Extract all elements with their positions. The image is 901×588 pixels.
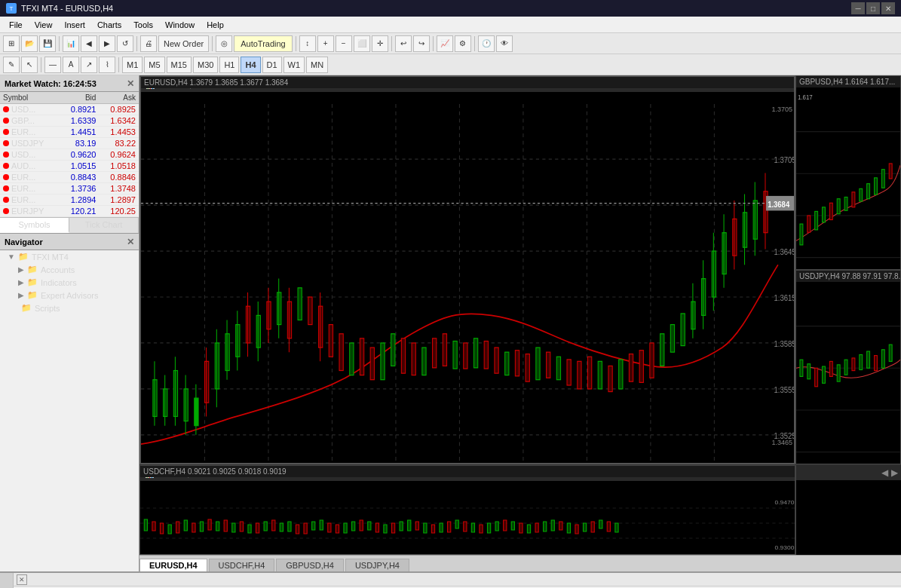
tb-zt-btn[interactable]: ↕ [299, 35, 316, 52]
tab-eurusd[interactable]: EURUSD,H4 [139, 559, 207, 571]
market-watch-close[interactable]: ✕ [127, 78, 134, 89]
tf-mn[interactable]: MN [306, 57, 328, 73]
menu-window[interactable]: Window [159, 19, 201, 31]
tf-m15[interactable]: M15 [167, 57, 192, 73]
nav-expand-icon: ▼ [8, 253, 15, 261]
tb-line-btn[interactable]: — [44, 57, 61, 73]
nav-item-3[interactable]: ▶📁Expert Advisors [0, 289, 139, 302]
tf-d1[interactable]: D1 [262, 57, 282, 73]
tab-usdchf[interactable]: USDCHF,H4 [209, 559, 275, 571]
market-watch-row[interactable]: USD... 0.9620 0.9624 [0, 149, 139, 161]
tf-w1[interactable]: W1 [283, 57, 305, 73]
mw-bid: 1.3736 [60, 183, 100, 194]
svg-rect-86 [639, 351, 643, 383]
tf-m1[interactable]: M1 [122, 57, 143, 73]
menu-file[interactable]: File [3, 19, 29, 31]
tb-left-btn[interactable]: ◀ [81, 35, 97, 52]
mw-symbol: USD... [0, 104, 60, 115]
svg-rect-61 [381, 343, 385, 380]
price-high: 1.3705 [762, 106, 792, 113]
chart-nav-right[interactable]: ▶ [891, 467, 898, 478]
tb-circle-btn[interactable]: ◎ [216, 35, 232, 52]
tb-config-btn[interactable]: ⚙ [455, 35, 471, 52]
menu-tools[interactable]: Tools [127, 19, 159, 31]
svg-rect-210 [519, 523, 523, 533]
svg-rect-174 [232, 523, 235, 532]
market-watch-row[interactable]: EUR... 1.4451 1.4453 [0, 127, 139, 138]
tb-indicator-btn[interactable]: 📈 [437, 35, 453, 52]
nav-item-0[interactable]: ▼📁TFXI MT4 [0, 250, 139, 263]
market-watch-row[interactable]: USDJPY 83.19 83.22 [0, 138, 139, 149]
svg-rect-219 [591, 522, 594, 532]
new-order-btn[interactable]: New Order [158, 35, 209, 52]
market-watch-row[interactable]: GBP... 1.6339 1.6342 [0, 115, 139, 127]
nav-item-2[interactable]: ▶📁Indicators [0, 276, 139, 289]
charts-top: 📊 EURUSD,H4 ─ □ ✕ EURUSD,H4 1.3679 1.368… [139, 75, 901, 464]
svg-rect-175 [240, 522, 243, 531]
tb-crosshair-btn[interactable]: ✛ [372, 35, 388, 52]
mw-symbol: EUR... [0, 183, 60, 194]
menu-charts[interactable]: Charts [91, 19, 127, 31]
market-watch-row[interactable]: EUR... 1.2894 1.2897 [0, 194, 139, 206]
separator3 [212, 36, 213, 51]
toolbar-2: ✎ ↖ — A ↗ ⌇ M1 M5 M15 M30 H1 H4 D1 W1 MN [0, 54, 901, 75]
usdjpy-chart[interactable]: USDJPY,H4 97.88 97.91 97.8... [795, 270, 901, 464]
tb-text-btn[interactable]: A [63, 57, 79, 73]
usdchf-chart[interactable]: 📊 USDCHF,H4 ─ □ ✕ USDCHF,H4 0.9021 0.902… [139, 465, 795, 555]
chart-nav-left[interactable]: ◀ [881, 467, 888, 478]
tb-cursor-btn[interactable]: ↖ [21, 57, 38, 73]
autotrading-btn[interactable]: AutoTrading [234, 35, 293, 52]
menu-bar: File View Insert Charts Tools Window Hel… [0, 17, 901, 33]
tf-m5[interactable]: M5 [144, 57, 164, 73]
market-watch-row[interactable]: EUR... 1.3736 1.3748 [0, 183, 139, 194]
mw-ask: 120.25 [99, 206, 139, 217]
bottom-charts: 📊 USDCHF,H4 ─ □ ✕ USDCHF,H4 0.9021 0.902… [139, 464, 901, 555]
tf-h1[interactable]: H1 [219, 57, 239, 73]
tb-refresh-btn[interactable]: ↺ [117, 35, 133, 52]
tb-save-btn[interactable]: 💾 [39, 35, 56, 52]
tb-fit-btn[interactable]: ⬜ [354, 35, 370, 52]
tab-usdjpy[interactable]: USDJPY,H4 [345, 559, 409, 571]
nav-item-4[interactable]: 📁Scripts [0, 302, 139, 314]
tb-zoom-out-btn[interactable]: − [336, 35, 352, 52]
mw-ask: 0.8846 [99, 172, 139, 183]
tb-open-btn[interactable]: 📂 [21, 35, 38, 52]
svg-rect-78 [556, 357, 560, 379]
title-bar: T TFXI MT4 - EURUSD,H4 ─ □ ✕ [0, 0, 901, 17]
tf-h4[interactable]: H4 [241, 57, 260, 73]
tb-history-btn[interactable]: ↩ [395, 35, 412, 52]
menu-insert[interactable]: Insert [58, 19, 91, 31]
main-chart[interactable]: 📊 EURUSD,H4 ─ □ ✕ EURUSD,H4 1.3679 1.368… [139, 75, 795, 464]
tb-clock-btn[interactable]: 🕐 [478, 35, 495, 52]
tb-new-btn[interactable]: ⊞ [3, 35, 20, 52]
tb-eye-btn[interactable]: 👁 [496, 35, 513, 52]
nav-item-1[interactable]: ▶📁Accounts [0, 263, 139, 276]
tb-chart-btn[interactable]: 📊 [63, 35, 79, 52]
svg-rect-128 [823, 207, 826, 222]
maximize-button[interactable]: □ [866, 2, 880, 14]
mw-tab-tickchart[interactable]: Tick Chart [69, 218, 139, 233]
menu-help[interactable]: Help [201, 19, 230, 31]
market-watch-row[interactable]: AUD... 1.0515 1.0518 [0, 161, 139, 172]
tb-fib-btn[interactable]: ⌇ [99, 57, 115, 73]
mw-ask: 0.8925 [99, 104, 139, 115]
minimize-button[interactable]: ─ [851, 2, 865, 14]
tf-m30[interactable]: M30 [193, 57, 218, 73]
gbpusd-chart[interactable]: GBPUSD,H4 1.6164 1.617... [795, 75, 901, 270]
navigator-close[interactable]: ✕ [127, 237, 134, 247]
tb-right-btn[interactable]: ▶ [99, 35, 115, 52]
menu-view[interactable]: View [29, 19, 59, 31]
market-watch-row[interactable]: EURJPY 120.21 120.25 [0, 206, 139, 217]
tb-arrow-btn[interactable]: ↗ [81, 57, 97, 73]
alerts-panel-close[interactable]: ✕ [17, 574, 27, 585]
tb-printer-btn[interactable]: 🖨 [140, 35, 157, 52]
tab-gbpusd[interactable]: GBPUSD,H4 [276, 559, 344, 571]
svg-rect-168 [184, 520, 187, 531]
tb-draw-btn[interactable]: ✎ [3, 57, 20, 73]
market-watch-row[interactable]: USD... 0.8921 0.8925 [0, 104, 139, 115]
tb-zoom-in-btn[interactable]: + [317, 35, 334, 52]
mw-tab-symbols[interactable]: Symbols [0, 218, 69, 233]
tb-fwd-btn[interactable]: ↪ [413, 35, 430, 52]
market-watch-row[interactable]: EUR... 0.8843 0.8846 [0, 172, 139, 183]
close-button[interactable]: ✕ [881, 2, 895, 14]
